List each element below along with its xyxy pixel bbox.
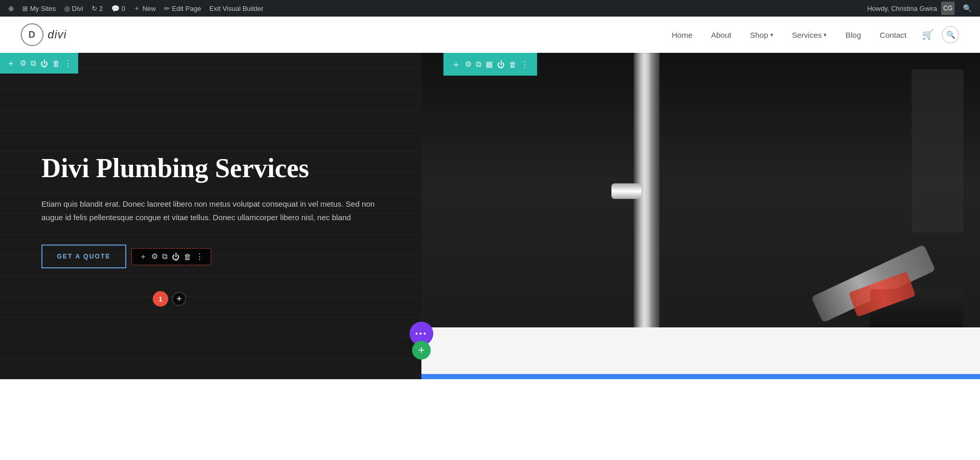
wp-icon: ⊕: [8, 5, 14, 12]
services-dropdown-arrow: ▾: [824, 32, 827, 38]
site-nav: Home About Shop ▾ Services ▾ Blog Contac…: [664, 25, 959, 45]
divi-link[interactable]: ◎ Divi: [60, 0, 87, 17]
section-delete-icon[interactable]: 🗑: [52, 59, 60, 68]
wp-logo[interactable]: ⊕: [4, 0, 18, 17]
row-delete-icon[interactable]: 🗑: [509, 60, 517, 69]
my-sites[interactable]: ⊞ My Sites: [18, 0, 60, 17]
updates-link[interactable]: ↻ 2: [87, 0, 107, 17]
module-delete-icon[interactable]: 🗑: [184, 252, 192, 261]
nav-search-button[interactable]: 🔍: [942, 26, 959, 44]
hero-description: Etiam quis blandit erat. Donec laoreet l…: [41, 197, 390, 224]
module-more-icon[interactable]: ⋮: [196, 252, 203, 261]
module-add-icon[interactable]: ＋: [139, 252, 147, 262]
site-wrapper: D divi Home About Shop ▾ Services ▾ Blog: [0, 17, 980, 379]
row-copy-icon[interactable]: ⧉: [476, 60, 481, 69]
cart-icon[interactable]: 🛒: [918, 25, 938, 45]
avatar[interactable]: CG: [941, 2, 955, 15]
blue-bar: [421, 374, 980, 379]
shop-dropdown-arrow: ▾: [770, 32, 773, 38]
section-settings-icon[interactable]: ⚙: [20, 59, 26, 68]
comments-icon: 💬: [111, 5, 120, 12]
section-more-icon[interactable]: ⋮: [64, 59, 72, 68]
button-row: GET A QUOTE ＋ ⚙ ⧉ ⏻ 🗑 ⋮: [41, 245, 390, 268]
comments-link[interactable]: 💬 0: [107, 0, 129, 17]
search-icon: 🔍: [946, 31, 955, 39]
add-section-button[interactable]: +: [412, 341, 431, 360]
module-settings-icon[interactable]: ⚙: [151, 252, 158, 261]
row-grid-icon[interactable]: ▦: [486, 60, 493, 69]
exit-builder-link[interactable]: Exit Visual Builder: [205, 0, 268, 17]
row-settings-icon[interactable]: ⚙: [465, 60, 472, 69]
row-add-icon[interactable]: ＋: [451, 58, 461, 70]
sites-icon: ⊞: [22, 5, 28, 12]
nav-blog[interactable]: Blog: [838, 26, 868, 44]
logo-circle: D: [21, 23, 43, 46]
admin-bar: ⊕ ⊞ My Sites ◎ Divi ↻ 2 💬 0 ＋ New ✏ Edit…: [0, 0, 980, 17]
new-link[interactable]: ＋ New: [129, 0, 160, 17]
hero-title: Divi Plumbing Services: [41, 153, 390, 183]
badge-row: 1 +: [153, 291, 186, 307]
nav-shop[interactable]: Shop ▾: [743, 26, 781, 44]
nav-home[interactable]: Home: [664, 26, 699, 44]
plus-icon: ＋: [134, 4, 140, 13]
section-add-icon[interactable]: ＋: [6, 57, 16, 69]
site-logo[interactable]: D divi: [21, 23, 67, 46]
row-toggle-icon[interactable]: ⏻: [497, 60, 505, 69]
updates-icon: ↻: [92, 5, 97, 12]
white-section-hint: [421, 327, 980, 379]
nav-services[interactable]: Services ▾: [785, 26, 835, 44]
hero-left-panel: Divi Plumbing Services Etiam quis blandi…: [0, 53, 421, 379]
nav-contact[interactable]: Contact: [872, 26, 914, 44]
section-copy-icon[interactable]: ⧉: [31, 59, 36, 68]
site-header: D divi Home About Shop ▾ Services ▾ Blog: [0, 17, 980, 53]
nav-about[interactable]: About: [704, 26, 738, 44]
edit-page-link[interactable]: ✏ Edit Page: [160, 0, 205, 17]
module-copy-icon[interactable]: ⧉: [162, 252, 168, 261]
admin-search-icon[interactable]: 🔍: [959, 4, 976, 12]
divi-icon: ◎: [64, 5, 70, 12]
hero-right-panel: [421, 53, 980, 379]
section-toggle-icon[interactable]: ⏻: [40, 59, 48, 68]
get-quote-button[interactable]: GET A QUOTE: [41, 245, 126, 268]
hero-section: ＋ ⚙ ⧉ ⏻ 🗑 ⋮ ＋ ⚙ ⧉ ▦ ⏻ 🗑 ⋮ Divi Plumbing …: [0, 53, 980, 379]
admin-bar-right: Howdy, Christina Gwira CG 🔍: [867, 2, 976, 15]
row-more-icon[interactable]: ⋮: [521, 60, 529, 69]
add-module-button[interactable]: +: [172, 292, 186, 306]
module-badge: 1: [153, 291, 168, 307]
pencil-icon: ✏: [164, 5, 170, 12]
row-toolbar: ＋ ⚙ ⧉ ▦ ⏻ 🗑 ⋮: [443, 53, 537, 76]
section-toolbar: ＋ ⚙ ⧉ ⏻ 🗑 ⋮: [0, 53, 78, 74]
module-toolbar: ＋ ⚙ ⧉ ⏻ 🗑 ⋮: [131, 248, 211, 265]
module-toggle-icon[interactable]: ⏻: [172, 252, 180, 261]
